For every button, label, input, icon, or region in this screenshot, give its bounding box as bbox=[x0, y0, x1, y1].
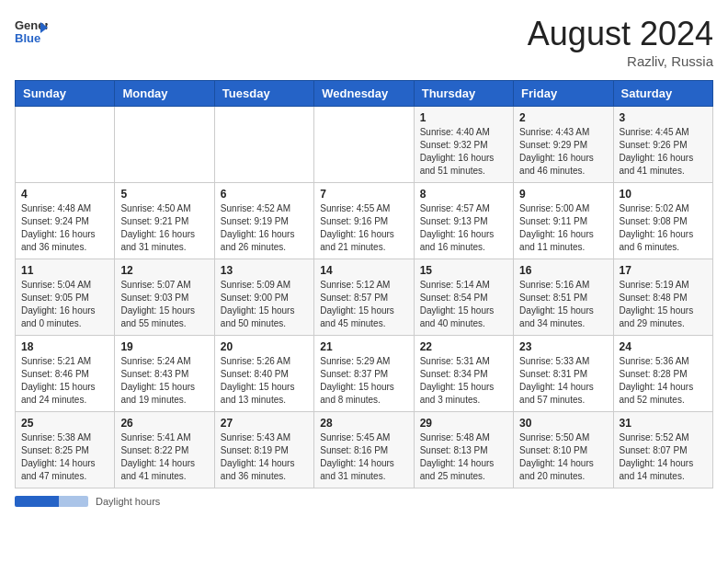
day-info: Sunrise: 5:07 AM Sunset: 9:03 PM Dayligh… bbox=[120, 279, 208, 330]
calendar-cell bbox=[214, 107, 313, 183]
calendar-cell: 18Sunrise: 5:21 AM Sunset: 8:46 PM Dayli… bbox=[16, 336, 115, 412]
day-info: Sunrise: 5:43 AM Sunset: 8:19 PM Dayligh… bbox=[221, 431, 308, 483]
day-info: Sunrise: 5:31 AM Sunset: 8:34 PM Dayligh… bbox=[420, 355, 507, 407]
day-number: 31 bbox=[620, 417, 707, 430]
day-info: Sunrise: 5:00 AM Sunset: 9:11 PM Dayligh… bbox=[519, 202, 607, 254]
calendar-cell: 12Sunrise: 5:07 AM Sunset: 9:03 PM Dayli… bbox=[115, 259, 214, 336]
logo: General Blue bbox=[15, 15, 48, 48]
day-number: 11 bbox=[21, 264, 108, 277]
day-number: 27 bbox=[221, 417, 308, 430]
day-info: Sunrise: 4:45 AM Sunset: 9:26 PM Dayligh… bbox=[620, 126, 707, 178]
day-info: Sunrise: 5:26 AM Sunset: 8:40 PM Dayligh… bbox=[221, 355, 308, 407]
day-number: 12 bbox=[120, 264, 208, 277]
day-number: 19 bbox=[120, 340, 208, 353]
day-number: 22 bbox=[420, 340, 507, 353]
day-info: Sunrise: 4:48 AM Sunset: 9:24 PM Dayligh… bbox=[21, 202, 108, 254]
day-info: Sunrise: 5:48 AM Sunset: 8:13 PM Dayligh… bbox=[420, 431, 507, 483]
day-number: 15 bbox=[420, 264, 507, 277]
location: Razliv, Russia bbox=[528, 53, 713, 69]
day-info: Sunrise: 4:50 AM Sunset: 9:21 PM Dayligh… bbox=[120, 202, 208, 254]
calendar-cell: 9Sunrise: 5:00 AM Sunset: 9:11 PM Daylig… bbox=[514, 183, 613, 259]
day-info: Sunrise: 5:50 AM Sunset: 8:10 PM Dayligh… bbox=[519, 431, 607, 483]
calendar-cell bbox=[115, 107, 214, 183]
day-info: Sunrise: 4:57 AM Sunset: 9:13 PM Dayligh… bbox=[420, 202, 507, 254]
day-number: 18 bbox=[21, 340, 108, 353]
day-number: 17 bbox=[620, 264, 707, 277]
calendar-cell: 26Sunrise: 5:41 AM Sunset: 8:22 PM Dayli… bbox=[115, 412, 214, 488]
calendar-cell: 15Sunrise: 5:14 AM Sunset: 8:54 PM Dayli… bbox=[414, 259, 513, 336]
day-info: Sunrise: 5:45 AM Sunset: 8:16 PM Dayligh… bbox=[320, 431, 407, 483]
day-number: 14 bbox=[320, 264, 407, 277]
day-number: 6 bbox=[221, 188, 308, 201]
calendar-cell: 11Sunrise: 5:04 AM Sunset: 9:05 PM Dayli… bbox=[16, 259, 115, 336]
calendar-cell: 21Sunrise: 5:29 AM Sunset: 8:37 PM Dayli… bbox=[314, 336, 414, 412]
day-info: Sunrise: 4:43 AM Sunset: 9:29 PM Dayligh… bbox=[519, 126, 607, 178]
day-info: Sunrise: 5:16 AM Sunset: 8:51 PM Dayligh… bbox=[519, 279, 607, 330]
calendar-cell: 13Sunrise: 5:09 AM Sunset: 9:00 PM Dayli… bbox=[214, 259, 313, 336]
day-info: Sunrise: 5:02 AM Sunset: 9:08 PM Dayligh… bbox=[620, 202, 707, 254]
day-number: 5 bbox=[120, 188, 208, 201]
day-number: 10 bbox=[620, 188, 707, 201]
day-info: Sunrise: 5:09 AM Sunset: 9:00 PM Dayligh… bbox=[221, 279, 308, 330]
svg-text:Blue: Blue bbox=[15, 31, 40, 45]
day-number: 21 bbox=[320, 340, 407, 353]
calendar-cell: 19Sunrise: 5:24 AM Sunset: 8:43 PM Dayli… bbox=[115, 336, 214, 412]
day-info: Sunrise: 5:21 AM Sunset: 8:46 PM Dayligh… bbox=[21, 355, 108, 407]
calendar-cell bbox=[16, 107, 115, 183]
day-number: 1 bbox=[420, 111, 507, 124]
calendar-cell: 7Sunrise: 4:55 AM Sunset: 9:16 PM Daylig… bbox=[314, 183, 414, 259]
calendar-cell: 20Sunrise: 5:26 AM Sunset: 8:40 PM Dayli… bbox=[214, 336, 313, 412]
day-number: 13 bbox=[221, 264, 308, 277]
day-number: 16 bbox=[519, 264, 607, 277]
calendar-cell: 10Sunrise: 5:02 AM Sunset: 9:08 PM Dayli… bbox=[613, 183, 712, 259]
calendar-cell: 2Sunrise: 4:43 AM Sunset: 9:29 PM Daylig… bbox=[514, 107, 613, 183]
day-header-saturday: Saturday bbox=[613, 81, 712, 107]
day-number: 2 bbox=[519, 111, 607, 124]
day-number: 3 bbox=[620, 111, 707, 124]
day-header-friday: Friday bbox=[514, 81, 613, 107]
calendar-cell bbox=[314, 107, 414, 183]
day-number: 8 bbox=[420, 188, 507, 201]
page-header: General Blue August 2024 Razliv, Russia bbox=[15, 15, 713, 69]
day-number: 28 bbox=[320, 417, 407, 430]
day-info: Sunrise: 5:24 AM Sunset: 8:43 PM Dayligh… bbox=[120, 355, 208, 407]
calendar-cell: 28Sunrise: 5:45 AM Sunset: 8:16 PM Dayli… bbox=[314, 412, 414, 488]
day-info: Sunrise: 5:52 AM Sunset: 8:07 PM Dayligh… bbox=[620, 431, 707, 483]
day-number: 25 bbox=[21, 417, 108, 430]
calendar-cell: 22Sunrise: 5:31 AM Sunset: 8:34 PM Dayli… bbox=[414, 336, 513, 412]
day-info: Sunrise: 4:52 AM Sunset: 9:19 PM Dayligh… bbox=[221, 202, 308, 254]
day-number: 9 bbox=[519, 188, 607, 201]
calendar-cell: 14Sunrise: 5:12 AM Sunset: 8:57 PM Dayli… bbox=[314, 259, 414, 336]
calendar-cell: 27Sunrise: 5:43 AM Sunset: 8:19 PM Dayli… bbox=[214, 412, 313, 488]
day-info: Sunrise: 5:41 AM Sunset: 8:22 PM Dayligh… bbox=[120, 431, 208, 483]
calendar-cell: 24Sunrise: 5:36 AM Sunset: 8:28 PM Dayli… bbox=[613, 336, 712, 412]
day-header-monday: Monday bbox=[115, 81, 214, 107]
day-info: Sunrise: 5:38 AM Sunset: 8:25 PM Dayligh… bbox=[21, 431, 108, 483]
day-number: 30 bbox=[519, 417, 607, 430]
day-number: 23 bbox=[519, 340, 607, 353]
day-info: Sunrise: 5:29 AM Sunset: 8:37 PM Dayligh… bbox=[320, 355, 407, 407]
day-info: Sunrise: 4:40 AM Sunset: 9:32 PM Dayligh… bbox=[420, 126, 507, 178]
calendar-cell: 3Sunrise: 4:45 AM Sunset: 9:26 PM Daylig… bbox=[613, 107, 712, 183]
day-number: 29 bbox=[420, 417, 507, 430]
calendar-cell: 29Sunrise: 5:48 AM Sunset: 8:13 PM Dayli… bbox=[414, 412, 513, 488]
calendar-cell: 8Sunrise: 4:57 AM Sunset: 9:13 PM Daylig… bbox=[414, 183, 513, 259]
day-info: Sunrise: 5:36 AM Sunset: 8:28 PM Dayligh… bbox=[620, 355, 707, 407]
day-info: Sunrise: 5:14 AM Sunset: 8:54 PM Dayligh… bbox=[420, 279, 507, 330]
day-number: 20 bbox=[221, 340, 308, 353]
calendar-cell: 31Sunrise: 5:52 AM Sunset: 8:07 PM Dayli… bbox=[613, 412, 712, 488]
calendar-cell: 16Sunrise: 5:16 AM Sunset: 8:51 PM Dayli… bbox=[514, 259, 613, 336]
calendar-table: SundayMondayTuesdayWednesdayThursdayFrid… bbox=[15, 80, 713, 488]
day-header-wednesday: Wednesday bbox=[314, 81, 414, 107]
calendar-cell: 30Sunrise: 5:50 AM Sunset: 8:10 PM Dayli… bbox=[514, 412, 613, 488]
calendar-cell: 4Sunrise: 4:48 AM Sunset: 9:24 PM Daylig… bbox=[16, 183, 115, 259]
day-number: 26 bbox=[120, 417, 208, 430]
footer-label: Daylight hours bbox=[96, 496, 160, 507]
day-info: Sunrise: 5:12 AM Sunset: 8:57 PM Dayligh… bbox=[320, 279, 407, 330]
day-header-thursday: Thursday bbox=[414, 81, 513, 107]
calendar-cell: 6Sunrise: 4:52 AM Sunset: 9:19 PM Daylig… bbox=[214, 183, 313, 259]
day-number: 7 bbox=[320, 188, 407, 201]
day-info: Sunrise: 5:33 AM Sunset: 8:31 PM Dayligh… bbox=[519, 355, 607, 407]
calendar-cell: 1Sunrise: 4:40 AM Sunset: 9:32 PM Daylig… bbox=[414, 107, 513, 183]
month-year: August 2024 bbox=[528, 15, 713, 53]
